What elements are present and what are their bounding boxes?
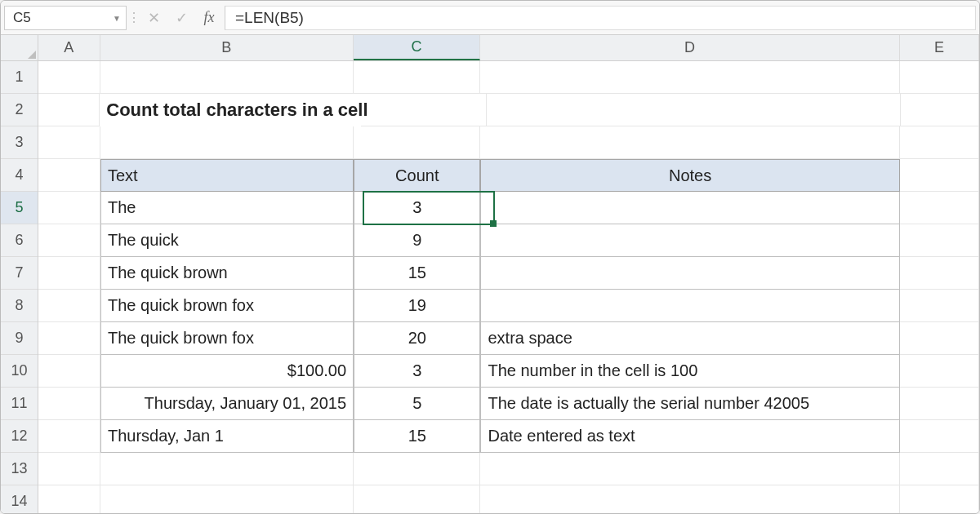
column-header-A[interactable]: A bbox=[38, 35, 100, 60]
row-header-8[interactable]: 8 bbox=[1, 290, 38, 322]
cell-C8[interactable]: 19 bbox=[354, 290, 480, 322]
cell-A9[interactable] bbox=[38, 322, 100, 355]
cell-A13[interactable] bbox=[38, 453, 100, 485]
cell-E11[interactable] bbox=[900, 388, 979, 420]
cell-D9[interactable]: extra space bbox=[480, 322, 899, 355]
cell-E7[interactable] bbox=[900, 257, 979, 290]
name-box[interactable]: C5 ▼ bbox=[4, 6, 127, 30]
cell-D6[interactable] bbox=[480, 224, 899, 257]
cell-E2[interactable] bbox=[901, 94, 979, 126]
cell-C6[interactable]: 9 bbox=[354, 224, 480, 257]
formula-bar: C5 ▼ ⋮ ✕ ✓ fx =LEN(B5) bbox=[1, 1, 979, 35]
formula-input[interactable]: =LEN(B5) bbox=[225, 6, 976, 30]
cell-B9[interactable]: The quick brown fox bbox=[100, 322, 354, 355]
cell-E6[interactable] bbox=[900, 224, 979, 257]
cell-A2[interactable] bbox=[38, 94, 100, 126]
row-header-7[interactable]: 7 bbox=[1, 257, 38, 290]
cell-B14[interactable] bbox=[100, 485, 354, 513]
row-header-9[interactable]: 9 bbox=[1, 322, 38, 355]
cancel-icon[interactable]: ✕ bbox=[141, 9, 166, 27]
cell-B12[interactable]: Thursday, Jan 1 bbox=[100, 420, 354, 453]
cell-C2[interactable] bbox=[361, 94, 487, 126]
cell-B6[interactable]: The quick bbox=[100, 224, 354, 257]
row-header-2[interactable]: 2 bbox=[1, 94, 38, 126]
header-text[interactable]: Text bbox=[100, 159, 354, 192]
page-title[interactable]: Count total characters in a cell bbox=[100, 94, 361, 126]
cell-A11[interactable] bbox=[38, 388, 100, 420]
cell-B7[interactable]: The quick brown bbox=[100, 257, 354, 290]
cell-D7[interactable] bbox=[480, 257, 899, 290]
row-header-6[interactable]: 6 bbox=[1, 224, 38, 257]
cell-D11[interactable]: The date is actually the serial number 4… bbox=[480, 388, 899, 420]
cell-E4[interactable] bbox=[900, 159, 979, 192]
row-header-5[interactable]: 5 bbox=[1, 192, 38, 224]
row-header-10[interactable]: 10 bbox=[1, 355, 38, 388]
column-header-E[interactable]: E bbox=[900, 35, 979, 60]
cell-A6[interactable] bbox=[38, 224, 100, 257]
name-box-dropdown-icon[interactable]: ▼ bbox=[113, 13, 121, 22]
cell-B3[interactable] bbox=[100, 126, 354, 159]
cell-D10[interactable]: The number in the cell is 100 bbox=[480, 355, 899, 388]
cell-C9[interactable]: 20 bbox=[354, 322, 480, 355]
cell-B11[interactable]: Thursday, January 01, 2015 bbox=[100, 388, 354, 420]
cell-A12[interactable] bbox=[38, 420, 100, 453]
cell-reference: C5 bbox=[13, 10, 31, 26]
header-count[interactable]: Count bbox=[354, 159, 480, 192]
cell-C10[interactable]: 3 bbox=[354, 355, 480, 388]
cell-E14[interactable] bbox=[900, 485, 979, 513]
cell-C1[interactable] bbox=[354, 61, 480, 94]
cell-A14[interactable] bbox=[38, 485, 100, 513]
row-header-4[interactable]: 4 bbox=[1, 159, 38, 192]
cell-C7[interactable]: 15 bbox=[354, 257, 480, 290]
cell-C13[interactable] bbox=[354, 453, 480, 485]
row-header-12[interactable]: 12 bbox=[1, 420, 38, 453]
fx-icon[interactable]: fx bbox=[197, 9, 221, 26]
cell-D8[interactable] bbox=[480, 290, 899, 322]
cell-B5[interactable]: The bbox=[100, 192, 354, 224]
cell-E13[interactable] bbox=[900, 453, 979, 485]
cell-E3[interactable] bbox=[900, 126, 979, 159]
cell-D3[interactable] bbox=[480, 126, 899, 159]
row-header-1[interactable]: 1 bbox=[1, 61, 38, 94]
cell-C11[interactable]: 5 bbox=[354, 388, 480, 420]
column-header-D[interactable]: D bbox=[480, 35, 900, 60]
row-header-13[interactable]: 13 bbox=[1, 453, 38, 485]
cell-D5[interactable] bbox=[480, 192, 899, 224]
cell-D13[interactable] bbox=[480, 453, 899, 485]
cell-A1[interactable] bbox=[38, 61, 100, 94]
cell-C3[interactable] bbox=[354, 126, 480, 159]
cell-A3[interactable] bbox=[38, 126, 100, 159]
cell-B8[interactable]: The quick brown fox bbox=[100, 290, 354, 322]
cell-A7[interactable] bbox=[38, 257, 100, 290]
enter-icon[interactable]: ✓ bbox=[169, 9, 194, 27]
cell-A4[interactable] bbox=[38, 159, 100, 192]
cell-D2[interactable] bbox=[487, 94, 901, 126]
cell-E9[interactable] bbox=[900, 322, 979, 355]
cell-D14[interactable] bbox=[480, 485, 899, 513]
column-headers: ABCDE bbox=[38, 35, 979, 61]
cell-A10[interactable] bbox=[38, 355, 100, 388]
cell-C12[interactable]: 15 bbox=[354, 420, 480, 453]
grid[interactable]: Count total characters in a cellTextCoun… bbox=[38, 61, 979, 513]
cell-A8[interactable] bbox=[38, 290, 100, 322]
cell-A5[interactable] bbox=[38, 192, 100, 224]
cell-B13[interactable] bbox=[100, 453, 354, 485]
cell-E1[interactable] bbox=[900, 61, 979, 94]
cell-E12[interactable] bbox=[900, 420, 979, 453]
cell-E8[interactable] bbox=[900, 290, 979, 322]
cell-C5[interactable]: 3 bbox=[354, 192, 480, 224]
cell-D12[interactable]: Date entered as text bbox=[480, 420, 899, 453]
cell-C14[interactable] bbox=[354, 485, 480, 513]
column-header-C[interactable]: C bbox=[354, 35, 480, 60]
row-header-3[interactable]: 3 bbox=[1, 126, 38, 159]
row-header-14[interactable]: 14 bbox=[1, 485, 38, 514]
cell-E5[interactable] bbox=[900, 192, 979, 224]
cell-B1[interactable] bbox=[100, 61, 354, 94]
select-all-corner[interactable] bbox=[1, 35, 38, 61]
column-header-B[interactable]: B bbox=[100, 35, 354, 60]
row-header-11[interactable]: 11 bbox=[1, 388, 38, 420]
cell-D1[interactable] bbox=[480, 61, 899, 94]
cell-B10[interactable]: $100.00 bbox=[100, 355, 354, 388]
header-notes[interactable]: Notes bbox=[480, 159, 899, 192]
cell-E10[interactable] bbox=[900, 355, 979, 388]
